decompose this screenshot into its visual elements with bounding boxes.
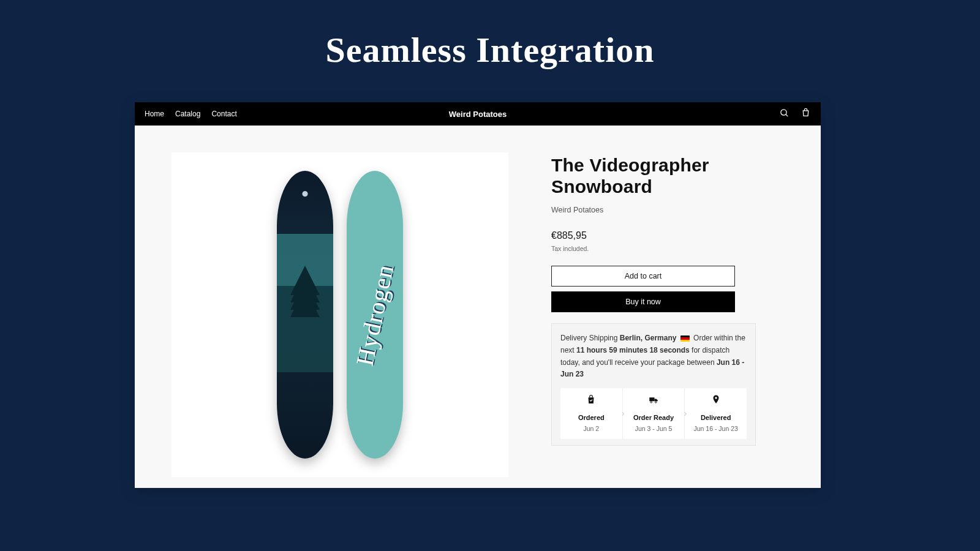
- ship-countdown: 11 hours 59 minutes 18 seconds: [576, 346, 690, 354]
- ship-location: Berlin, Germany: [620, 334, 677, 342]
- map-pin-icon: [710, 394, 722, 405]
- buy-it-now-button[interactable]: Buy it now: [551, 291, 735, 312]
- svg-point-3: [655, 402, 657, 403]
- nav-links: Home Catalog Contact: [145, 110, 237, 118]
- product-image-back: Hydrogen: [347, 171, 403, 459]
- svg-point-0: [781, 109, 786, 114]
- search-icon[interactable]: [779, 108, 790, 121]
- step-delivered-label: Delivered: [687, 412, 744, 423]
- add-to-cart-button[interactable]: Add to cart: [551, 266, 735, 287]
- product-vendor: Weird Potatoes: [551, 206, 784, 214]
- germany-flag-icon: [680, 335, 690, 342]
- nav-contact[interactable]: Contact: [211, 110, 236, 118]
- delivery-steps: Ordered Jun 2 Order Ready Jun 3 - Jun 5 …: [560, 388, 747, 439]
- board-back-text: Hydrogen: [350, 261, 400, 368]
- product-title: The Videographer Snowboard: [551, 155, 784, 197]
- ship-prefix: Delivery Shipping: [560, 334, 620, 342]
- step-ready: Order Ready Jun 3 - Jun 5: [623, 388, 685, 439]
- product-image-front: [277, 171, 333, 459]
- step-ordered: Ordered Jun 2: [560, 388, 623, 439]
- step-ready-date: Jun 3 - Jun 5: [625, 424, 682, 434]
- storefront-window: Home Catalog Contact Weird Potatoes: [135, 102, 821, 488]
- step-ready-label: Order Ready: [625, 412, 682, 423]
- svg-line-1: [786, 114, 788, 116]
- step-delivered: Delivered Jun 16 - Jun 23: [685, 388, 747, 439]
- svg-point-4: [715, 397, 717, 399]
- tax-note: Tax included.: [551, 245, 784, 252]
- bag-check-icon: [586, 394, 597, 405]
- truck-icon: [648, 394, 659, 405]
- nav-catalog[interactable]: Catalog: [175, 110, 200, 118]
- store-topbar: Home Catalog Contact Weird Potatoes: [135, 102, 821, 126]
- cart-icon[interactable]: [801, 108, 811, 121]
- nav-home[interactable]: Home: [145, 110, 164, 118]
- step-ordered-label: Ordered: [563, 412, 620, 423]
- product-gallery: Hydrogen: [172, 152, 508, 477]
- svg-point-2: [650, 402, 652, 403]
- page-headline: Seamless Integration: [0, 0, 980, 70]
- step-ordered-date: Jun 2: [563, 424, 620, 434]
- store-brand[interactable]: Weird Potatoes: [449, 110, 507, 119]
- product-price: €885,95: [551, 230, 784, 241]
- step-delivered-date: Jun 16 - Jun 23: [687, 424, 744, 434]
- delivery-estimate-box: Delivery Shipping Berlin, Germany Order …: [551, 323, 756, 446]
